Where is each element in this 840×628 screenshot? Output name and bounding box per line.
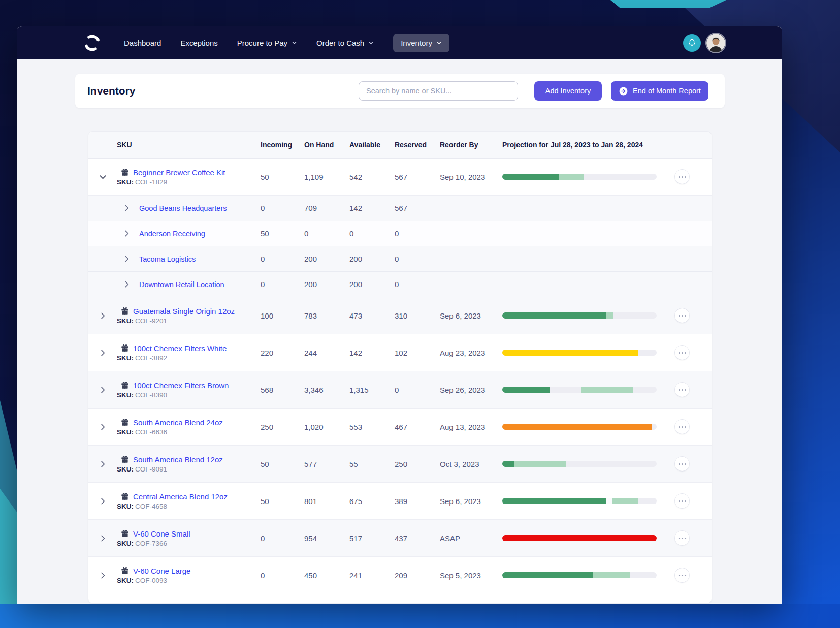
inventory-row: South America Blend 12oz SKU:COF-9091 50… [88, 445, 712, 482]
available-value: 675 [349, 497, 395, 506]
inventory-row: Guatemala Single Origin 12oz SKU:COF-920… [88, 297, 712, 334]
expand-toggle[interactable] [88, 460, 117, 468]
expand-toggle[interactable] [88, 312, 117, 320]
nav-item-exceptions[interactable]: Exceptions [180, 39, 217, 47]
table-header-row: SKU Incoming On Hand Available Reserved … [88, 132, 712, 159]
chevron-right-icon [99, 460, 107, 468]
projection-bar [502, 174, 657, 180]
incoming-value: 220 [261, 349, 304, 357]
gift-box-icon [121, 529, 129, 538]
row-menu-button[interactable] [674, 568, 690, 583]
product-link[interactable]: V-60 Cone Large [133, 567, 190, 575]
incoming-value: 50 [261, 229, 304, 238]
column-header-on-hand: On Hand [304, 141, 349, 149]
projection-segment [502, 535, 657, 541]
chevron-down-icon [99, 173, 107, 181]
product-sku: SKU:COF-9091 [117, 465, 261, 473]
add-inventory-button[interactable]: Add Inventory [534, 81, 602, 101]
chevron-right-icon [99, 497, 107, 505]
expand-toggle[interactable] [88, 423, 117, 431]
app-logo[interactable] [83, 34, 102, 52]
inventory-row: 100ct Chemex Filters Brown SKU:COF-8390 … [88, 371, 712, 408]
cycle-arrows-icon [83, 34, 102, 52]
product-link[interactable]: Beginner Brewer Coffee Kit [133, 168, 225, 177]
product-link[interactable]: 100ct Chemex Filters White [133, 344, 227, 353]
page-title: Inventory [87, 85, 136, 97]
nav-item-order-to-cash[interactable]: Order to Cash [316, 39, 374, 47]
reorder-by-value: Sep 10, 2023 [440, 173, 502, 181]
projection-segment [559, 174, 584, 180]
projection-segment [502, 312, 606, 319]
on-hand-value: 1,020 [304, 423, 349, 431]
row-menu-button[interactable] [674, 308, 690, 323]
product-link[interactable]: 100ct Chemex Filters Brown [133, 381, 229, 390]
inventory-row: Beginner Brewer Coffee Kit SKU:COF-1829 … [88, 159, 712, 195]
row-actions [667, 456, 712, 472]
available-value: 142 [349, 204, 395, 212]
projection-segment [612, 498, 638, 504]
chevron-right-icon [99, 312, 107, 320]
user-avatar[interactable] [706, 34, 725, 52]
row-actions [667, 568, 712, 583]
location-link[interactable]: Tacoma Logistics [139, 255, 196, 263]
product-link[interactable]: Central America Blend 12oz [133, 492, 228, 501]
product-link[interactable]: Guatemala Single Origin 12oz [133, 307, 235, 316]
expand-toggle[interactable] [88, 349, 117, 357]
product-link[interactable]: South America Blend 12oz [133, 455, 223, 464]
location-link[interactable]: Anderson Receiving [139, 230, 205, 238]
row-menu-button[interactable] [674, 169, 690, 184]
expand-toggle[interactable] [88, 497, 117, 505]
row-actions [667, 345, 712, 360]
row-menu-button[interactable] [674, 345, 690, 360]
location-link[interactable]: Good Beans Headquarters [139, 204, 227, 212]
projection-bar [502, 387, 657, 393]
available-value: 473 [349, 311, 395, 320]
reserved-value: 310 [395, 311, 440, 320]
incoming-value: 250 [261, 423, 304, 431]
projection-segment [502, 424, 652, 430]
expand-toggle[interactable] [123, 280, 131, 288]
expand-toggle[interactable] [88, 572, 117, 579]
available-value: 553 [349, 423, 395, 431]
row-menu-button[interactable] [674, 456, 690, 472]
reserved-value: 209 [395, 571, 440, 580]
location-link[interactable]: Downtown Retail Location [139, 280, 224, 289]
end-of-month-report-button[interactable]: End of Month Report [611, 81, 708, 101]
location-rows: Good Beans Headquarters 0 709 142 567 An… [88, 195, 712, 297]
expand-toggle[interactable] [88, 173, 117, 181]
expand-toggle[interactable] [123, 255, 131, 263]
column-header-reorder-by: Reorder By [440, 141, 502, 149]
on-hand-value: 1,109 [304, 173, 349, 181]
on-hand-value: 200 [304, 255, 349, 263]
inventory-row: V-60 Cone Small SKU:COF-7366 0 954 517 4… [88, 519, 712, 556]
row-menu-button[interactable] [674, 419, 690, 434]
product-sku: SKU:COF-3892 [117, 354, 261, 362]
incoming-value: 50 [261, 460, 304, 468]
reorder-by-value: Sep 26, 2023 [440, 386, 502, 394]
row-actions [667, 530, 712, 546]
nav-item-dashboard[interactable]: Dashboard [124, 39, 161, 47]
projection-bar [502, 535, 657, 541]
expand-toggle[interactable] [88, 535, 117, 542]
expand-toggle[interactable] [88, 386, 117, 394]
nav-item-inventory[interactable]: Inventory [393, 34, 449, 52]
row-menu-button[interactable] [674, 530, 690, 546]
projection-cell [502, 461, 667, 467]
nav-label: Inventory [401, 39, 432, 47]
column-header-available: Available [349, 141, 395, 149]
row-menu-button[interactable] [674, 382, 690, 397]
expand-toggle[interactable] [123, 230, 131, 237]
search-input[interactable] [359, 81, 518, 101]
incoming-value: 0 [261, 571, 304, 580]
product-link[interactable]: South America Blend 24oz [133, 418, 223, 427]
product-cell: 100ct Chemex Filters White SKU:COF-3892 [117, 344, 261, 362]
product-link[interactable]: V-60 Cone Small [133, 529, 190, 538]
nav-item-procure-to-pay[interactable]: Procure to Pay [237, 39, 297, 47]
reserved-value: 102 [395, 349, 440, 357]
row-menu-button[interactable] [674, 493, 690, 509]
on-hand-value: 709 [304, 204, 349, 212]
expand-toggle[interactable] [123, 204, 131, 212]
gift-box-icon [121, 418, 129, 426]
notification-bell-button[interactable] [683, 34, 701, 52]
row-actions [667, 493, 712, 509]
